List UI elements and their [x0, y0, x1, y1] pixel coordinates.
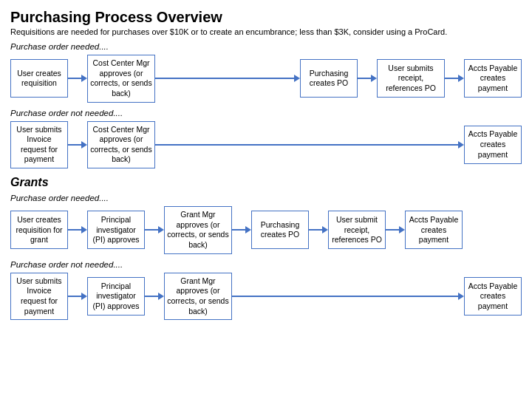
- flow-row-po-not-needed: User submits Invoice request for payment…: [10, 121, 522, 169]
- arrow-3: [445, 75, 464, 82]
- grants-po-needed: Purchase order needed.... User creates r…: [10, 194, 522, 254]
- box-user-submits-invoice-2: User submits Invoice request for payment: [10, 273, 68, 321]
- arrow-5: [68, 226, 87, 233]
- arrow-11: [145, 293, 164, 300]
- box-cost-center-mgr-2: Cost Center Mgr approves (or corrects, o…: [87, 121, 155, 169]
- grants-po-not-needed-label: Purchase order not needed....: [10, 260, 522, 269]
- grants-po-needed-label: Purchase order needed....: [10, 194, 522, 202]
- box-user-submits-receipt-1: User submits receipt, references PO: [377, 59, 445, 98]
- section-po-not-needed-label: Purchase order not needed....: [10, 109, 522, 117]
- box-purchasing-po-2: Purchasing creates PO: [251, 211, 309, 249]
- box-grant-mgr-1: Grant Mgr approves (or corrects, or send…: [164, 206, 232, 254]
- box-purchasing-po-1: Purchasing creates PO: [300, 59, 358, 98]
- box-user-submits-invoice-1: User submits Invoice request for payment: [10, 121, 68, 169]
- box-cost-center-mgr-1: Cost Center Mgr approves (or corrects, o…: [87, 55, 155, 103]
- box-user-submit-receipt-2: User submit receipt, references PO: [328, 211, 386, 249]
- arrow-8: [309, 226, 328, 233]
- arrow-4: [68, 141, 87, 149]
- box-user-creates-req: User creates requisition: [10, 59, 68, 98]
- box-accts-payable-4: Accts Payable creates payment: [464, 277, 522, 316]
- box-user-creates-req-grant: User creates requisition for grant: [10, 211, 68, 249]
- section-po-needed-label: Purchase order needed....: [10, 42, 522, 51]
- subtitle: Requisitions are needed for purchases ov…: [10, 27, 522, 36]
- flow-row-grants-po-needed: User creates requisition for grant Princ…: [10, 206, 522, 254]
- arrow-6: [145, 226, 164, 233]
- box-grant-mgr-2: Grant Mgr approves (or corrects, or send…: [164, 273, 232, 321]
- arrow-7: [232, 226, 251, 233]
- arrow-9: [386, 226, 405, 233]
- grants-po-not-needed: Purchase order not needed.... User submi…: [10, 260, 522, 321]
- page-title: Purchasing Process Overview: [10, 9, 522, 26]
- arrow-2: [358, 75, 377, 82]
- box-pi-approves-2: Principal investigator (PI) approves: [87, 277, 145, 316]
- flow-row-grants-po-not-needed: User submits Invoice request for payment…: [10, 273, 522, 321]
- section-po-needed: Purchase order needed.... User creates r…: [10, 42, 522, 103]
- flow-row-po-needed: User creates requisition Cost Center Mgr…: [10, 55, 522, 103]
- box-accts-payable-2: Accts Payable creates payment: [464, 126, 522, 164]
- box-pi-approves-1: Principal investigator (PI) approves: [87, 211, 145, 249]
- box-accts-payable-3: Accts Payable creates payment: [405, 211, 463, 249]
- grants-title: Grants: [10, 176, 522, 189]
- section-po-not-needed: Purchase order not needed.... User submi…: [10, 109, 522, 169]
- arrow-1: [68, 75, 87, 82]
- box-accts-payable-1: Accts Payable creates payment: [464, 59, 522, 98]
- arrow-10: [68, 293, 87, 300]
